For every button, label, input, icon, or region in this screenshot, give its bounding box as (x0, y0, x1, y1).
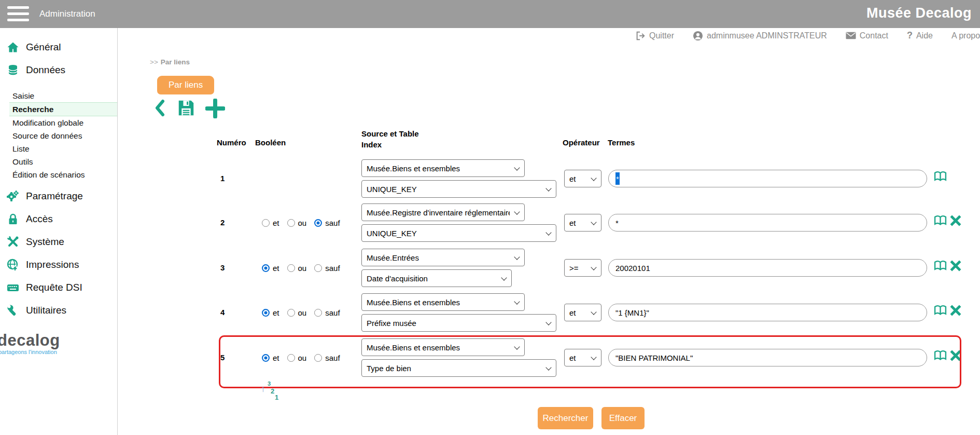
index-select-wrap: Date d'acquisition (361, 269, 512, 287)
delete-row-icon[interactable] (949, 350, 962, 363)
radio-ou[interactable]: ou (287, 354, 307, 362)
sidebar-subitem-liste[interactable]: Liste (0, 142, 117, 155)
user-icon (693, 31, 703, 41)
breadcrumb: >>Par liens (150, 58, 190, 66)
radio-ou[interactable]: ou (287, 264, 307, 273)
index-lookup-book-icon[interactable] (934, 260, 947, 274)
radio-et[interactable]: et (262, 308, 279, 317)
operator-select-wrap: et (564, 349, 601, 366)
operator-select[interactable]: et (564, 349, 601, 366)
index-lookup-book-icon[interactable] (934, 171, 947, 184)
query-row-4: 4 et ou sauf Musée.Biens et ensembles Pr… (0, 293, 980, 333)
annotation-digit-1: 1 (275, 393, 278, 401)
radio-sauf[interactable]: sauf (314, 308, 340, 317)
source-table-select[interactable]: Musée.Entrées (361, 249, 525, 266)
header-index: Index (361, 140, 382, 149)
index-lookup-book-icon[interactable] (934, 305, 947, 318)
row-number: 2 (220, 218, 241, 227)
source-select-wrap: Musée.Biens et ensembles (361, 338, 525, 356)
terms-input[interactable]: "1 {MN1}" (608, 304, 927, 321)
index-select[interactable]: Type de bien (361, 359, 556, 377)
header-numero: Numéro (217, 138, 246, 147)
source-table-select[interactable]: Musée.Registre d'inventaire réglementair… (361, 203, 525, 221)
top-bar: Administration Musée Decalog (0, 0, 980, 28)
delete-row-icon[interactable] (949, 305, 962, 318)
query-row-2: 2 et ou sauf Musée.Registre d'inventaire… (0, 203, 980, 243)
terms-input[interactable]: 20020101 (608, 259, 927, 277)
index-select-wrap: UNIQUE_KEY (361, 224, 556, 242)
index-lookup-book-icon[interactable] (934, 350, 947, 363)
sidebar-item-donnees[interactable]: Données (0, 62, 117, 78)
boolean-radio-group: et ou sauf (262, 304, 340, 321)
header-booleen: Booléen (255, 138, 286, 147)
logout-icon (635, 31, 646, 41)
operator-select[interactable]: >= (564, 259, 601, 277)
effacer-button[interactable]: Effacer (601, 407, 645, 429)
source-table-select[interactable]: Musée.Biens et ensembles (361, 293, 525, 311)
radio-sauf[interactable]: sauf (314, 264, 340, 273)
rechercher-button[interactable]: Rechercher (538, 407, 593, 429)
operator-select[interactable]: et (564, 304, 601, 321)
radio-ou[interactable]: ou (287, 308, 307, 317)
delete-row-icon[interactable] (949, 260, 962, 274)
boolean-radio-group: et ou sauf (262, 259, 340, 277)
query-row-3: 3 et ou sauf Musée.Entrées Date d'acquis… (0, 249, 980, 288)
quitter-link[interactable]: Quitter (635, 31, 674, 41)
a-propos-link[interactable]: A propos (951, 31, 980, 40)
sidebar-subitem-source-de-donnees[interactable]: Source de données (0, 129, 117, 142)
terms-input[interactable]: * (608, 170, 927, 187)
terms-input[interactable]: * (608, 214, 927, 232)
sidebar-subitem-recherche[interactable]: Recherche (9, 102, 117, 116)
operator-select[interactable]: et (564, 170, 601, 187)
envelope-icon (846, 32, 856, 39)
contact-link[interactable]: Contact (846, 31, 888, 40)
annotation-digit-3: 3 (268, 380, 271, 387)
operator-select[interactable]: et (564, 214, 601, 232)
sidebar-item-general[interactable]: Général (0, 39, 117, 55)
user-account[interactable]: adminmusee ADMINSTRATEUR (693, 31, 827, 41)
row-number: 1 (220, 174, 241, 183)
radio-sauf[interactable]: sauf (314, 219, 340, 227)
save-icon[interactable] (176, 98, 196, 120)
sidebar-subitem-modification-globale[interactable]: Modification globale (0, 116, 117, 129)
delete-row-icon[interactable] (949, 215, 962, 228)
radio-et[interactable]: et (262, 264, 279, 273)
radio-sauf[interactable]: sauf (314, 354, 340, 362)
source-table-select[interactable]: Musée.Biens et ensembles (361, 338, 525, 356)
back-icon[interactable] (153, 99, 166, 119)
index-select-wrap: Type de bien (361, 359, 556, 377)
source-table-select[interactable]: Musée.Biens et ensembles (361, 159, 525, 177)
source-select-wrap: Musée.Registre d'inventaire réglementair… (361, 203, 525, 221)
query-row-5: 5 et ou sauf Musée.Biens et ensembles Ty… (0, 338, 980, 378)
operator-select-wrap: >= (564, 259, 601, 277)
index-select[interactable]: Date d'acquisition (361, 269, 512, 287)
index-lookup-book-icon[interactable] (934, 215, 947, 228)
source-select-wrap: Musée.Entrées (361, 249, 525, 266)
database-icon (7, 64, 19, 76)
utility-bar: Quitter adminmusee ADMINSTRATEUR Contact… (635, 30, 980, 41)
row-number: 3 (220, 263, 241, 272)
source-select-wrap: Musée.Biens et ensembles (361, 159, 525, 177)
index-select[interactable]: UNIQUE_KEY (361, 224, 556, 242)
index-select[interactable]: UNIQUE_KEY (361, 180, 556, 198)
header-termes: Termes (608, 138, 635, 147)
add-row-icon[interactable] (205, 99, 225, 120)
radio-et[interactable]: et (262, 354, 279, 362)
boolean-radio-group: et ou sauf (262, 349, 340, 366)
selected-text: * (615, 172, 620, 185)
hamburger-menu-icon[interactable] (7, 6, 29, 22)
tab-par-liens[interactable]: Par liens (157, 76, 214, 94)
brand-title: Musée Decalog (866, 5, 972, 21)
row-number: 5 (220, 353, 241, 362)
source-select-wrap: Musée.Biens et ensembles (361, 293, 525, 311)
radio-et[interactable]: et (262, 219, 279, 227)
app-title: Administration (39, 9, 95, 19)
sidebar-subitem-saisie[interactable]: Saisie (0, 89, 117, 102)
radio-ou[interactable]: ou (287, 219, 307, 227)
index-select[interactable]: Préfixe musée (361, 314, 556, 332)
terms-input[interactable]: "BIEN PATRIMONIAL" (608, 349, 927, 366)
house-icon (7, 41, 19, 53)
aide-link[interactable]: ? Aide (907, 30, 933, 41)
query-row-1: 1 Musée.Biens et ensembles UNIQUE_KEY et… (0, 159, 980, 199)
operator-select-wrap: et (564, 304, 601, 321)
